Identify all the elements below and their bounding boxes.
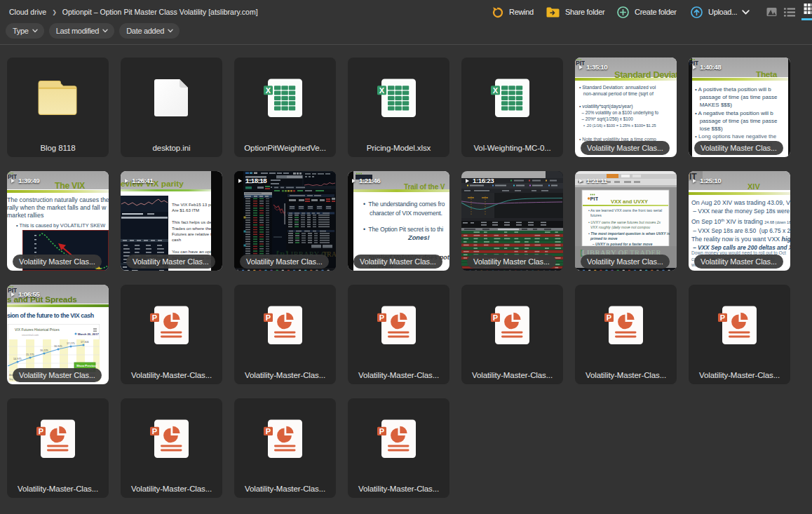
- svg-text:P: P: [607, 313, 611, 322]
- svg-text:X: X: [493, 86, 499, 95]
- svg-text:Show Previous: Show Previous: [76, 364, 98, 367]
- svg-text:P: P: [266, 313, 271, 322]
- svg-text:VIX Futures Historical Prices: VIX Futures Historical Prices: [15, 327, 60, 332]
- svg-text:15.775: 15.775: [26, 353, 34, 356]
- svg-text:P: P: [493, 313, 498, 322]
- svg-text:14.975: 14.975: [13, 358, 22, 360]
- svg-text:P: P: [266, 427, 271, 435]
- svg-text:17.306: 17.306: [81, 341, 89, 344]
- svg-text:P: P: [39, 427, 43, 435]
- svg-text:vixcentral.com: vixcentral.com: [22, 334, 39, 337]
- svg-text:P: P: [720, 313, 725, 322]
- svg-text:P: P: [379, 313, 384, 322]
- svg-text:March 20, 2017: March 20, 2017: [78, 332, 99, 336]
- svg-text:16.225: 16.225: [40, 349, 48, 352]
- svg-text:17.275: 17.275: [67, 342, 75, 345]
- svg-text:16.925: 16.925: [54, 345, 62, 348]
- svg-text:P: P: [152, 313, 157, 322]
- svg-text:X: X: [266, 86, 271, 95]
- svg-text:X: X: [379, 86, 385, 95]
- svg-text:P: P: [152, 427, 157, 435]
- svg-text:PIT: PIT: [590, 196, 598, 201]
- svg-text:P: P: [379, 427, 384, 435]
